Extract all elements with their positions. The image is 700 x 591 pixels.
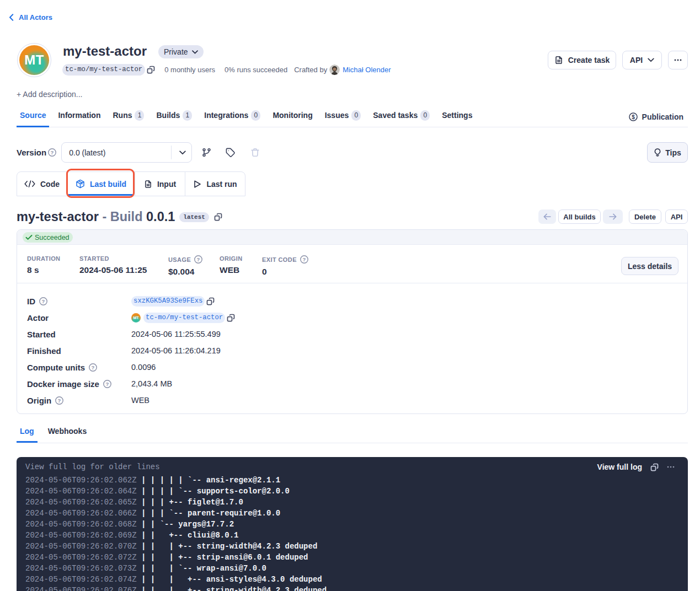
svg-text:?: ? — [92, 364, 95, 370]
svg-text:?: ? — [106, 380, 109, 386]
svg-text:?: ? — [58, 397, 61, 403]
svg-text:$: $ — [632, 114, 635, 120]
svg-text:?: ? — [42, 298, 45, 304]
svg-text:?: ? — [302, 256, 306, 262]
svg-text:?: ? — [197, 256, 200, 262]
svg-text:?: ? — [51, 149, 54, 155]
